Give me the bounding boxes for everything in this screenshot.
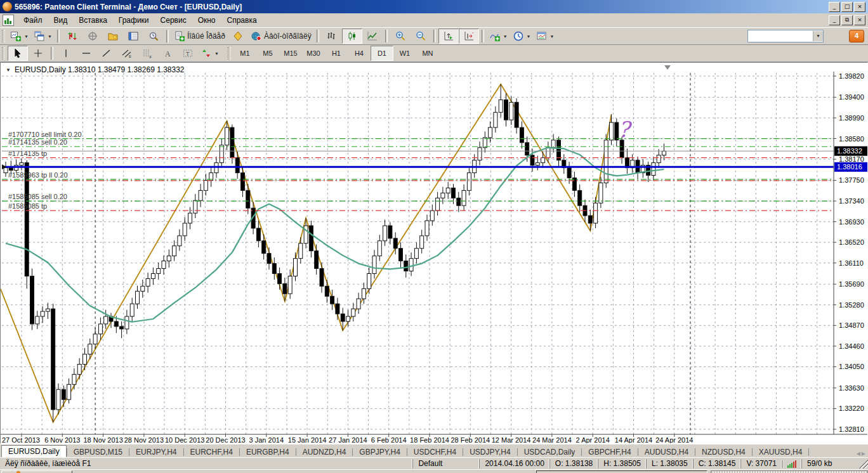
child-minimize-button[interactable]: _	[829, 15, 840, 25]
symbol-tab[interactable]: GBPUSD,M15	[67, 446, 129, 458]
data-window-button[interactable]	[82, 29, 103, 44]
menu-item[interactable]: Графики	[113, 15, 155, 26]
menu-item[interactable]: Справка	[221, 15, 263, 26]
timeframe-w1-button[interactable]: W1	[393, 46, 416, 61]
menu-item[interactable]: Вставка	[73, 15, 113, 26]
candle-body	[4, 168, 8, 173]
timeframe-h4-button[interactable]: H4	[348, 46, 371, 61]
autoscroll-button[interactable]	[438, 29, 459, 44]
candle-body	[62, 389, 65, 399]
toolbar-separator	[482, 30, 484, 42]
symbol-tab[interactable]: NZDUSD,H4	[695, 446, 752, 458]
menu-item[interactable]: Вид	[48, 15, 74, 26]
templates-button[interactable]: ▼	[534, 29, 557, 44]
toolbar-grip[interactable]	[2, 30, 5, 42]
chart-shift-button[interactable]	[459, 29, 479, 44]
symbol-tab[interactable]: GBPCHF,H4	[582, 446, 637, 458]
autotrading-button[interactable]: Àâòî-òîðãîâëÿ	[248, 29, 314, 44]
time-tick-label: 27 Oct 2013	[2, 436, 40, 443]
maximize-button[interactable]: □	[841, 2, 853, 12]
strategy-tester-button[interactable]	[143, 29, 164, 44]
symbol-tab[interactable]: USDCAD,Daily	[518, 446, 582, 458]
crosshair-button[interactable]	[28, 46, 48, 61]
community-chat-button[interactable]: 4	[849, 30, 864, 42]
resize-grip[interactable]	[859, 460, 868, 469]
menu-item[interactable]: Файл	[18, 15, 48, 26]
minimize-button[interactable]: _	[829, 2, 840, 12]
toolbar-grip[interactable]	[2, 47, 5, 60]
cursor-button[interactable]	[8, 46, 28, 61]
vertical-line-button[interactable]	[56, 46, 76, 61]
tabs-scroll-right-icon[interactable]: ▶	[862, 451, 865, 457]
dropdown-arrow-icon[interactable]: ▼	[48, 34, 52, 39]
timeframe-m15-button[interactable]: M15	[279, 46, 302, 61]
timeframe-mn-button[interactable]: MN	[416, 46, 439, 61]
timeframe-d1-button[interactable]: D1	[371, 46, 393, 61]
chart-line-button[interactable]	[362, 29, 383, 44]
search-input[interactable]	[748, 32, 813, 41]
profiles-button[interactable]: ▼	[31, 29, 55, 44]
dropdown-arrow-icon[interactable]: ▼	[550, 34, 555, 39]
dropdown-arrow-icon[interactable]: ▼	[503, 34, 508, 39]
price-chart[interactable]: #1707710 sell limit 0.20#1714135 sell 0.…	[1, 63, 867, 443]
child-restore-button[interactable]: ⧉	[841, 15, 853, 25]
chart-window-icon[interactable]	[3, 15, 14, 26]
search-icon	[831, 31, 842, 41]
symbol-tab[interactable]: XAUUSD,H4	[753, 446, 809, 458]
arrows-button[interactable]: ▼	[198, 46, 221, 61]
timeframe-m30-button[interactable]: M30	[302, 46, 325, 61]
toolbar-grip[interactable]	[228, 47, 231, 60]
symbol-tab[interactable]: AUDUSD,H4	[638, 446, 695, 458]
chart-ohlc-header: EURUSD,Daily 1.38310 1.38479 1.38269 1.3…	[15, 65, 185, 74]
chart-bars-button[interactable]	[322, 29, 342, 44]
symbol-tab[interactable]: EURGBP,H4	[240, 446, 296, 458]
chart-candles-button[interactable]	[342, 29, 362, 44]
new-chart-button[interactable]: ▼	[8, 29, 31, 44]
symbol-tab[interactable]: EURUSD,Daily	[1, 445, 67, 458]
settings-button[interactable]	[725, 29, 745, 44]
menu-item[interactable]: Сервис	[155, 15, 192, 26]
status-profile[interactable]: Default	[412, 459, 479, 469]
close-button[interactable]: ×	[854, 2, 865, 12]
timeframe-m1-button[interactable]: M1	[233, 46, 256, 61]
symbol-tab[interactable]: AUDNZD,H4	[296, 446, 353, 458]
timeframe-m5-button[interactable]: M5	[256, 46, 279, 61]
start-button[interactable]	[1, 470, 72, 473]
child-close-button[interactable]: ×	[854, 15, 865, 25]
candle-body	[594, 203, 598, 223]
metaeditor-button[interactable]	[228, 29, 248, 44]
equidistant-channel-button[interactable]: E	[117, 46, 137, 61]
text-button[interactable]: A	[157, 46, 178, 61]
dropdown-arrow-icon[interactable]: ▼	[527, 34, 531, 39]
chat-badge: 4	[855, 32, 858, 39]
terminal-button[interactable]	[123, 29, 143, 44]
zoom-in-button[interactable]	[390, 29, 411, 44]
symbol-tab[interactable]: USDJPY,H4	[463, 446, 516, 458]
timeframe-h1-button[interactable]: H1	[325, 46, 348, 61]
symbol-tab[interactable]: USDCHF,H4	[407, 446, 463, 458]
fibonacci-button[interactable]: F	[137, 46, 157, 61]
symbol-tab[interactable]: GBPJPY,H4	[353, 446, 406, 458]
horizontal-line-button[interactable]	[76, 46, 96, 61]
search-dropdown-arrow[interactable]: ▼	[813, 31, 823, 41]
tabs-scroll-left-icon[interactable]: ◀	[857, 451, 860, 457]
trendline-button[interactable]	[96, 46, 117, 61]
dropdown-arrow-icon[interactable]: ▼	[214, 51, 219, 56]
chart-bars-icon	[326, 31, 338, 41]
menu-item[interactable]: Окно	[192, 15, 221, 26]
search-button[interactable]	[826, 29, 846, 44]
dropdown-arrow-icon[interactable]: ▼	[24, 34, 29, 39]
symbol-tab[interactable]: EURCHF,H4	[184, 446, 239, 458]
market-watch-button[interactable]	[62, 29, 82, 44]
taskbar-task[interactable]	[536, 470, 707, 473]
zoom-out-button[interactable]	[411, 29, 431, 44]
periods-button[interactable]: ▼	[510, 29, 534, 44]
navigator-button[interactable]	[103, 29, 123, 44]
symbol-tab[interactable]: EURJPY,H4	[129, 446, 183, 458]
text-label-button[interactable]: T	[178, 46, 198, 61]
indicators-button[interactable]: ▼	[487, 29, 510, 44]
candle-body	[420, 236, 424, 249]
new-order-button[interactable]: Íîâûé Îðäåð	[171, 29, 228, 44]
chart-shift-marker[interactable]	[664, 65, 671, 70]
candle-body	[541, 158, 545, 163]
